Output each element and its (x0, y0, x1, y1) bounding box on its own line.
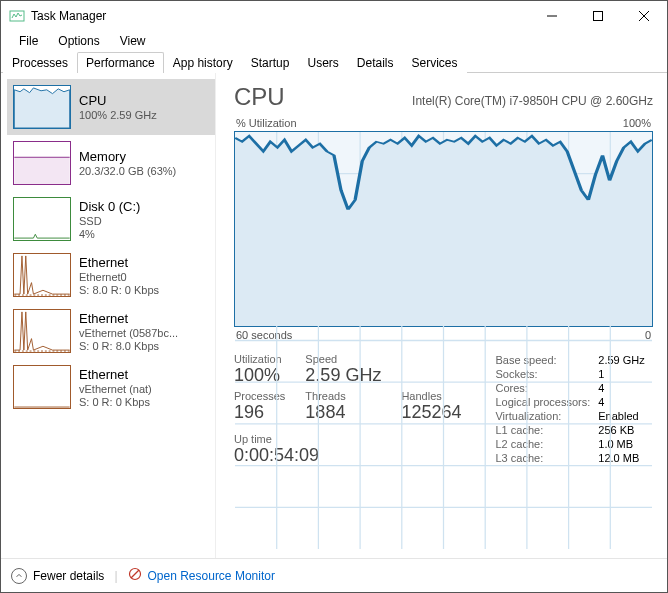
tab-performance[interactable]: Performance (77, 52, 164, 73)
cpu-chart (234, 131, 653, 327)
sidebar-item-memory[interactable]: Memory20.3/32.0 GB (63%) (7, 135, 215, 191)
tab-startup[interactable]: Startup (242, 52, 299, 73)
tabbar: Processes Performance App history Startu… (1, 51, 667, 73)
fewer-details-button[interactable]: Fewer details (11, 568, 104, 584)
thumbnail-chart (13, 365, 71, 409)
sidebar-item-sub: 20.3/32.0 GB (63%) (79, 165, 207, 177)
main-title: CPU (234, 83, 285, 111)
sidebar-item-title: Ethernet (79, 311, 207, 326)
sidebar-item-title: Ethernet (79, 255, 207, 270)
sidebar: CPU100% 2.59 GHzMemory20.3/32.0 GB (63%)… (1, 73, 216, 558)
sidebar-item-disk-0-c-[interactable]: Disk 0 (C:)SSD4% (7, 191, 215, 247)
tab-services[interactable]: Services (403, 52, 467, 73)
chart-ymax: 100% (623, 117, 651, 129)
sidebar-item-title: Ethernet (79, 367, 207, 382)
sidebar-item-sub2: 4% (79, 228, 207, 240)
svg-rect-2 (594, 12, 603, 21)
maximize-button[interactable] (575, 1, 621, 31)
resource-monitor-icon (128, 567, 142, 584)
sidebar-item-sub2: S: 0 R: 8.0 Kbps (79, 340, 207, 352)
sidebar-item-sub: 100% 2.59 GHz (79, 109, 207, 121)
sidebar-item-sub2: S: 8.0 R: 0 Kbps (79, 284, 207, 296)
sidebar-item-ethernet[interactable]: EthernetvEthernet (0587bc...S: 0 R: 8.0 … (7, 303, 215, 359)
menu-view[interactable]: View (110, 32, 156, 50)
open-resource-monitor-link[interactable]: Open Resource Monitor (128, 567, 275, 584)
tab-processes[interactable]: Processes (3, 52, 77, 73)
titlebar: Task Manager (1, 1, 667, 31)
menu-file[interactable]: File (9, 32, 48, 50)
sidebar-item-title: CPU (79, 93, 207, 108)
sidebar-item-ethernet[interactable]: EthernetEthernet0S: 8.0 R: 0 Kbps (7, 247, 215, 303)
thumbnail-chart (13, 141, 71, 185)
menu-options[interactable]: Options (48, 32, 109, 50)
sidebar-item-cpu[interactable]: CPU100% 2.59 GHz (7, 79, 215, 135)
sidebar-item-sub: vEthernet (nat) (79, 383, 207, 395)
thumbnail-chart (13, 85, 71, 129)
menubar: File Options View (1, 31, 667, 51)
chevron-up-icon (11, 568, 27, 584)
svg-line-27 (131, 570, 139, 578)
sidebar-item-sub: SSD (79, 215, 207, 227)
tab-users[interactable]: Users (298, 52, 347, 73)
main-pane: CPU Intel(R) Core(TM) i7-9850H CPU @ 2.6… (216, 73, 667, 558)
footer-separator: | (114, 569, 117, 583)
chart-ylabel: % Utilization (236, 117, 297, 129)
sidebar-item-sub: vEthernet (0587bc... (79, 327, 207, 339)
sidebar-item-sub2: S: 0 R: 0 Kbps (79, 396, 207, 408)
sidebar-item-ethernet[interactable]: EthernetvEthernet (nat)S: 0 R: 0 Kbps (7, 359, 215, 415)
fewer-details-label: Fewer details (33, 569, 104, 583)
app-icon (9, 8, 25, 24)
footer: Fewer details | Open Resource Monitor (1, 558, 667, 592)
thumbnail-chart (13, 197, 71, 241)
sidebar-item-sub: Ethernet0 (79, 271, 207, 283)
sidebar-item-title: Memory (79, 149, 207, 164)
thumbnail-chart (13, 309, 71, 353)
open-resource-monitor-label: Open Resource Monitor (148, 569, 275, 583)
cpu-model: Intel(R) Core(TM) i7-9850H CPU @ 2.60GHz (412, 94, 653, 108)
svg-rect-5 (14, 157, 69, 184)
minimize-button[interactable] (529, 1, 575, 31)
tab-app-history[interactable]: App history (164, 52, 242, 73)
close-button[interactable] (621, 1, 667, 31)
thumbnail-chart (13, 253, 71, 297)
window-title: Task Manager (31, 9, 529, 23)
tab-details[interactable]: Details (348, 52, 403, 73)
sidebar-item-title: Disk 0 (C:) (79, 199, 207, 214)
